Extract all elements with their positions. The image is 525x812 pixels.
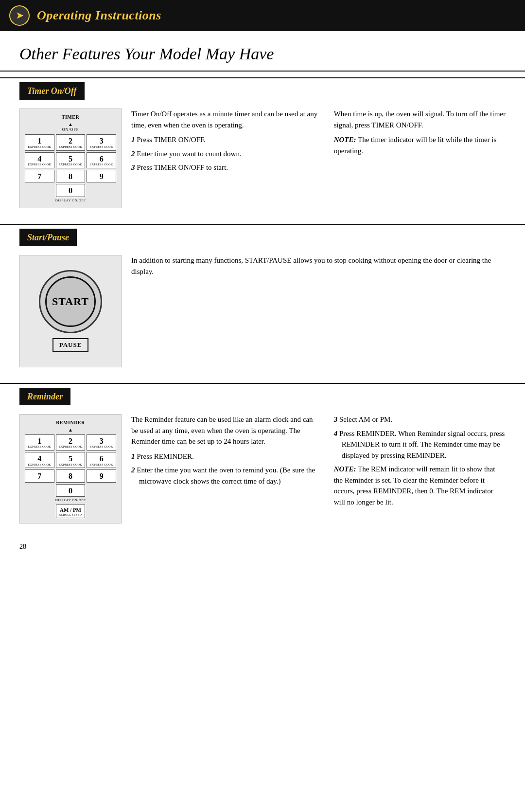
start-outer-ring: START xyxy=(39,270,102,333)
start-pause-image: START PAUSE xyxy=(19,255,122,367)
timer-step-3: 3 Press TIMER ON/OFF to start. xyxy=(131,162,320,173)
timer-key-7[interactable]: 7 xyxy=(25,170,54,183)
timer-right-para: When time is up, the oven will signal. T… xyxy=(334,108,506,130)
reminder-key-6[interactable]: 6EXPRESS COOK xyxy=(87,452,116,468)
reminder-content: REMINDER ▲ 1EXPRESS COOK 2EXPRESS COOK 3… xyxy=(0,409,525,528)
page-title: Other Features Your Model May Have xyxy=(0,31,525,72)
header-title: Operating Instructions xyxy=(37,6,161,25)
start-pause-section-bar: Start/Pause xyxy=(19,229,77,246)
timer-zero-row: 0 xyxy=(25,184,116,197)
reminder-label: Reminder xyxy=(27,392,63,401)
reminder-key-5[interactable]: 5EXPRESS COOK xyxy=(56,452,86,468)
timer-key-0[interactable]: 0 xyxy=(56,184,86,197)
start-pause-content: START PAUSE In addition to starting many… xyxy=(0,250,525,372)
reminder-keypad-title: REMINDER xyxy=(56,419,85,427)
reminder-left-text: The Reminder feature can be used like an… xyxy=(131,414,320,511)
timer-step2-num: 2 xyxy=(131,150,135,158)
timer-key-4[interactable]: 4EXPRESS COOK xyxy=(25,152,54,168)
reminder-key-8[interactable]: 8 xyxy=(56,469,86,483)
reminder-intro: The Reminder feature can be used like an… xyxy=(131,414,320,447)
timer-key-9[interactable]: 9 xyxy=(87,170,116,183)
timer-key-6[interactable]: 6EXPRESS COOK xyxy=(87,152,116,168)
page-number: 28 xyxy=(0,533,525,560)
timer-key-5[interactable]: 5EXPRESS COOK xyxy=(56,152,86,168)
reminder-step-3: 3 Select AM or PM. xyxy=(334,414,506,425)
timer-keypad-image: TIMER ▲ ON/OFF 1EXPRESS COOK 2EXPRESS CO… xyxy=(19,108,122,208)
timer-step1-num: 1 xyxy=(131,136,135,144)
timer-arrow-icon: ▲ xyxy=(68,122,73,127)
timer-text: Timer On/Off operates as a minute timer … xyxy=(131,108,506,176)
reminder-ampm-key[interactable]: AM / PMSCROLL SPEED xyxy=(56,505,86,518)
reminder-key-0[interactable]: 0 xyxy=(56,484,86,497)
timer-header-row: Timer On/Off xyxy=(0,78,525,104)
start-inner-button[interactable]: START xyxy=(45,276,96,327)
reminder-key-3[interactable]: 3EXPRESS COOK xyxy=(87,434,116,451)
start-pause-header-row: Start/Pause xyxy=(0,225,525,250)
reminder-text: The Reminder feature can be used like an… xyxy=(131,414,506,511)
reminder-key-2[interactable]: 2EXPRESS COOK xyxy=(56,434,86,451)
reminder-keypad-grid: 1EXPRESS COOK 2EXPRESS COOK 3EXPRESS COO… xyxy=(25,434,116,483)
start-button-container: START PAUSE xyxy=(24,260,117,362)
timer-step-1: 1 Press TIMER ON/OFF. xyxy=(131,134,320,145)
timer-keypad-title: TIMER xyxy=(62,114,79,121)
timer-section: Timer On/Off TIMER ▲ ON/OFF 1EXPRESS COO… xyxy=(0,77,525,218)
timer-content: TIMER ▲ ON/OFF 1EXPRESS COOK 2EXPRESS CO… xyxy=(0,104,525,213)
start-pause-para: In addition to starting many functions, … xyxy=(131,255,506,277)
reminder-right-text: 3 Select AM or PM. 4 Press REMINDER. Whe… xyxy=(334,414,506,511)
timer-step3-num: 3 xyxy=(131,163,135,171)
timer-step-2: 2 Enter time you want to count down. xyxy=(131,148,320,160)
reminder-key-4[interactable]: 4EXPRESS COOK xyxy=(25,452,54,468)
reminder-step2-num: 2 xyxy=(131,466,135,474)
timer-key-3[interactable]: 3EXPRESS COOK xyxy=(87,134,116,150)
reminder-display-onoff: DISPLAY ON/OFF xyxy=(55,498,86,503)
timer-key-1[interactable]: 1EXPRESS COOK xyxy=(25,134,54,150)
start-pause-text: In addition to starting many functions, … xyxy=(131,255,506,281)
svg-text:➤: ➤ xyxy=(16,11,24,20)
reminder-step-2: 2 Enter the time you want the oven to re… xyxy=(131,465,320,487)
reminder-ampm-sub: SCROLL SPEED xyxy=(57,513,84,517)
timer-left-text: Timer On/Off operates as a minute timer … xyxy=(131,108,320,176)
reminder-note: NOTE: The REM indicator will remain lit … xyxy=(334,464,506,507)
header: ➤ Operating Instructions xyxy=(0,0,525,31)
reminder-key-7[interactable]: 7 xyxy=(25,469,54,483)
timer-key-8[interactable]: 8 xyxy=(56,170,86,183)
start-pause-label: Start/Pause xyxy=(27,233,69,242)
timer-label: Timer On/Off xyxy=(27,86,77,96)
reminder-section: Reminder REMINDER ▲ 1EXPRESS COOK 2EXPRE… xyxy=(0,383,525,533)
timer-onoff-label: ON/OFF xyxy=(62,127,79,133)
reminder-section-bar: Reminder xyxy=(19,388,70,405)
timer-key-2[interactable]: 2EXPRESS COOK xyxy=(56,134,86,150)
reminder-zero-row: 0 xyxy=(25,484,116,497)
timer-right-text: When time is up, the oven will signal. T… xyxy=(334,108,506,176)
timer-display-onoff: DISPLAY ON/OFF xyxy=(55,198,86,203)
start-inner-label: START xyxy=(52,294,89,309)
timer-section-bar: Timer On/Off xyxy=(19,82,85,100)
reminder-header-row: Reminder xyxy=(0,384,525,409)
reminder-key-1[interactable]: 1EXPRESS COOK xyxy=(25,434,54,451)
reminder-step-1: 1 Press REMINDER. xyxy=(131,451,320,462)
timer-note: NOTE: The timer indicator will be lit wh… xyxy=(334,134,506,156)
reminder-arrow-icon: ▲ xyxy=(68,428,73,433)
reminder-keypad-image: REMINDER ▲ 1EXPRESS COOK 2EXPRESS COOK 3… xyxy=(19,414,122,523)
reminder-key-9[interactable]: 9 xyxy=(87,469,116,483)
timer-intro: Timer On/Off operates as a minute timer … xyxy=(131,108,320,130)
pause-label: PAUSE xyxy=(52,338,89,352)
reminder-two-col: The Reminder feature can be used like an… xyxy=(131,414,506,511)
reminder-step-4: 4 Press REMINDER. When Reminder signal o… xyxy=(334,428,506,461)
reminder-ampm-row: AM / PMSCROLL SPEED xyxy=(25,505,116,518)
timer-two-col: Timer On/Off operates as a minute timer … xyxy=(131,108,506,176)
timer-keypad-grid: 1EXPRESS COOK 2EXPRESS COOK 3EXPRESS COO… xyxy=(25,134,116,182)
start-pause-section: Start/Pause START PAUSE In addition to s… xyxy=(0,224,525,377)
brand-logo-icon: ➤ xyxy=(9,5,30,26)
reminder-step1-num: 1 xyxy=(131,452,135,460)
